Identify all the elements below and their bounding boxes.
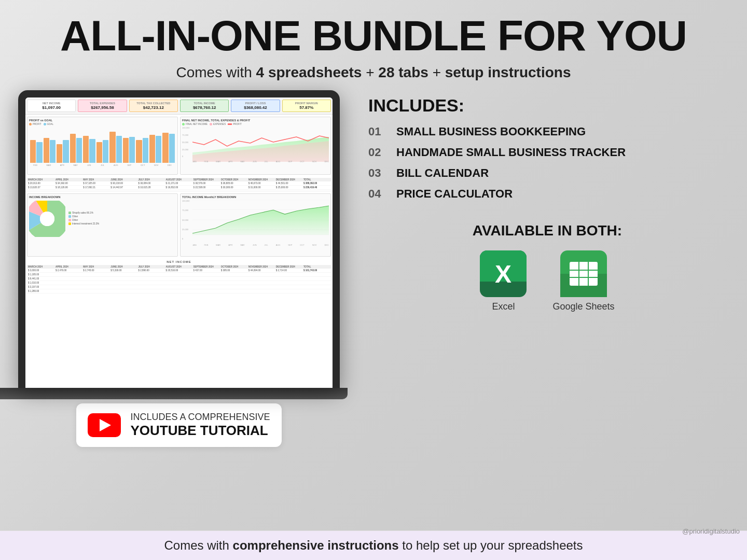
item-number-3: 03 (368, 166, 387, 180)
legend-net-income: FINAL NET INCOME (182, 123, 208, 125)
available-title: AVAILABLE IN BOTH: (368, 222, 726, 239)
net-income-row-6: $ 1,280.00 (27, 289, 331, 293)
card-label-tax: TOTAL TAX COLLECTED (132, 102, 175, 105)
pie-container: Shopify sales 66.1% Other (29, 201, 176, 237)
bottom-bar: Comes with comprehensive instructions to… (0, 530, 747, 560)
subtitle-prefix: Comes with (176, 64, 256, 80)
bar-label: JUN (83, 164, 95, 166)
bottom-text-bold: comprehensive instructions (233, 538, 399, 552)
bar-label: FEB (29, 164, 42, 166)
profit-vs-goal-legend: PROFIT GOAL (29, 123, 176, 125)
item-number-4: 04 (368, 187, 387, 201)
subtitle-highlight2: 28 tabs (378, 64, 428, 80)
summary-card-profit: PROFIT / LOSS $368,080.42 (231, 100, 280, 112)
data-table-1: MARCH 2024 APRIL 2024 MAY 2024 JUNE 2024… (25, 177, 333, 191)
data-table-row: $ 20,013.00 $ 34,392.00 $ 37,325.00 $ 30… (27, 181, 331, 186)
laptop-section: NET INCOME $1,097.00 TOTAL EXPENSES $267… (10, 90, 348, 530)
svg-point-4 (40, 212, 54, 226)
subtitle-highlight3: setup instructions (445, 64, 571, 80)
includes-item-4: 04 PRICE CALCULATOR (368, 187, 726, 201)
subtitle: Comes with 4 spreadsheets + 28 tabs + se… (0, 61, 747, 90)
bar-group (44, 138, 56, 163)
youtube-play-button[interactable] (88, 413, 121, 437)
net-income-row-1: $ 3,000.00 $ 2,476.00 $ 2,745.00 $ 5,330… (27, 269, 331, 273)
net-income-header: MARCH 2024 APRIL 2024 MAY 2024 JUNE 2024… (27, 265, 331, 269)
gsheets-icon-wrapper: Google Sheets (552, 250, 614, 312)
bar-label: NOV (150, 164, 162, 166)
card-label-income: TOTAL INCOME (183, 102, 226, 105)
bar-group (123, 137, 135, 163)
bar-label: SEP (123, 164, 135, 166)
charts-row-1: PROFIT vs GOAL PROFIT GOAL (25, 115, 333, 177)
bar-label: MAR (43, 164, 55, 166)
income-breakdown-chart: INCOME BREAKDOWN (27, 193, 178, 257)
bar-label: APR (56, 164, 68, 166)
gsheets-label: Google Sheets (552, 301, 614, 312)
pie-legend-interest: Interest Investment 23.3% (68, 222, 99, 225)
bottom-text-prefix: Comes with (164, 538, 232, 552)
youtube-top-text: INCLUDES A COMPREHENSIVE (130, 412, 270, 423)
data-table-row-2: $ 13,620.37 $ 18,126.06 $ 17,092.21 $ 14… (27, 186, 331, 190)
net-income-row-5: $ 3,197.00 (27, 285, 331, 289)
net-income-row-2: $ 1,185.00 (27, 273, 331, 277)
app-icons-row: X Excel (368, 250, 726, 312)
includes-item-2: 02 HANDMADE SMALL BUSINESS TRACKER (368, 146, 726, 159)
item-text-2: HANDMADE SMALL BUSINESS TRACKER (396, 146, 626, 159)
item-text-3: BILL CALENDAR (396, 166, 489, 180)
data-table-header-1: MARCH 2024 APRIL 2024 MAY 2024 JUNE 2024… (27, 178, 331, 181)
pie-svg (29, 201, 65, 237)
legend-expenses: EXPENSES (210, 123, 226, 125)
legend-profit: PROFIT (29, 123, 42, 125)
right-panel: INCLUDES: 01 SMALL BUSINESS BOOKKEEPING … (363, 90, 737, 530)
total-income-monthly-chart: TOTAL INCOME MonthLY BREAKDOWN 100,000 7… (180, 193, 331, 257)
total-x-axis: JAN FEB MAR APR MAY JUN JUL AUG SEP (192, 244, 329, 246)
summary-card-tax: TOTAL TAX COLLECTED $42,723.12 (129, 100, 178, 112)
total-y-axis: 100,000 75,000 50,000 25,000 0 (182, 200, 191, 240)
profit-bar-chart (29, 127, 176, 163)
includes-item-3: 03 BILL CALENDAR (368, 166, 726, 180)
bar-group (30, 140, 43, 163)
pie-legend-3: Other (68, 219, 99, 221)
card-value-profit: $368,080.42 (233, 105, 277, 110)
includes-title: INCLUDES: (368, 95, 726, 116)
pie-legend: Shopify sales 66.1% Other (68, 212, 99, 226)
net-income-row-4: $ 1,010.00 (27, 281, 331, 285)
svg-rect-17 (570, 262, 598, 286)
bar-group (96, 140, 109, 163)
bar-labels: FEB MAR APR MAY JUN JUL AUG SEP OCT NO (29, 164, 176, 166)
net-income-chart-title: FINAL NET INCOME, TOTAL EXPENSES & PROFI… (182, 119, 329, 122)
legend-profit-line: PROFIT (228, 123, 242, 125)
bar-group (162, 133, 175, 163)
card-value-tax: $42,723.12 (132, 105, 175, 110)
play-triangle-icon (100, 419, 111, 431)
bar-label: JUL (96, 164, 109, 166)
pie-legend-shopify: Shopify sales 66.1% (68, 212, 99, 214)
card-label-profit: PROFIT / LOSS (233, 102, 277, 105)
bar-group (109, 132, 122, 163)
card-value-net: $1,097.00 (30, 105, 73, 110)
bar-group (136, 138, 148, 163)
profit-vs-goal-chart: PROFIT vs GOAL PROFIT GOAL (27, 117, 178, 175)
gsheets-icon (560, 250, 607, 297)
bar-label: OCT (136, 164, 149, 166)
excel-label: Excel (492, 301, 515, 312)
net-income-chart: FINAL NET INCOME, TOTAL EXPENSES & PROFI… (180, 117, 331, 175)
item-number-1: 01 (368, 125, 387, 138)
net-income-row-3: $ 9,441.00 (27, 277, 331, 281)
bar-label: DEC (163, 164, 176, 166)
y-axis: 100,000 75,000 50,000 25,000 0 (182, 127, 191, 158)
youtube-banner[interactable]: INCLUDES A COMPREHENSIVE YOUTUBE TUTORIA… (76, 403, 281, 447)
net-income-legend: FINAL NET INCOME EXPENSES PROFIT (182, 123, 329, 125)
subtitle-sep1: + (366, 64, 378, 80)
summary-card-margin: PROFIT MARGIN 57.87% (282, 100, 331, 112)
card-label-margin: PROFIT MARGIN (285, 102, 328, 105)
total-income-chart-wrapper: 100,000 75,000 50,000 25,000 0 (182, 200, 329, 246)
includes-list: 01 SMALL BUSINESS BOOKKEEPING 02 HANDMAD… (368, 125, 726, 208)
bar-label: AUG (109, 164, 122, 166)
page-wrapper: ALL-IN-ONE BUNDLE FOR YOU Comes with 4 s… (0, 0, 747, 560)
card-value-income: $678,760.12 (183, 105, 226, 110)
content-row: NET INCOME $1,097.00 TOTAL EXPENSES $267… (0, 90, 747, 530)
item-text-1: SMALL BUSINESS BOOKKEEPING (396, 125, 586, 138)
main-title: ALL-IN-ONE BUNDLE FOR YOU (0, 0, 747, 61)
summary-card-net: NET INCOME $1,097.00 (27, 100, 76, 112)
